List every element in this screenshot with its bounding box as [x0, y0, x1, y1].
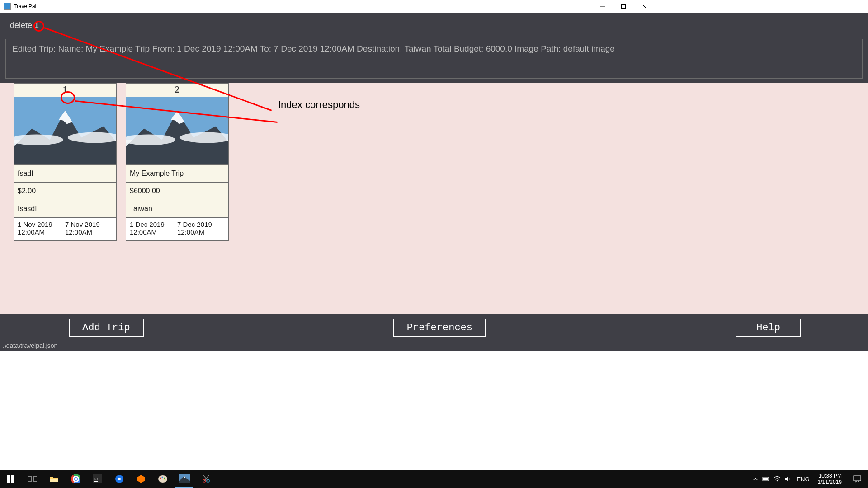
trip-image: [126, 97, 228, 165]
status-bar: .\data\travelpal.json: [0, 341, 658, 351]
annotation-label: Index corresponds: [278, 99, 360, 111]
trip-to: 7 Dec 2019 12:00AM: [177, 221, 225, 236]
add-trip-button[interactable]: Add Trip: [69, 319, 144, 337]
maximize-button[interactable]: [613, 0, 634, 13]
app-body: Edited Trip: Name: My Example Trip From:…: [0, 13, 658, 351]
trip-from: 1 Nov 2019 12:00AM: [18, 221, 65, 236]
trip-index: 1: [14, 84, 116, 97]
trip-dates: 1 Dec 2019 12:00AM 7 Dec 2019 12:00AM: [126, 218, 228, 240]
trip-card[interactable]: 2 My Example Trip $6000.00 Taiwan 1 Dec …: [126, 83, 229, 241]
trip-index: 2: [126, 84, 228, 97]
window-titlebar: TravelPal: [0, 0, 658, 13]
trip-destination: fsasdf: [14, 200, 116, 218]
trip-name: fsadf: [14, 165, 116, 183]
result-display: Edited Trip: Name: My Example Trip From:…: [5, 39, 658, 79]
trip-from: 1 Dec 2019 12:00AM: [130, 221, 177, 236]
status-path: .\data\travelpal.json: [3, 342, 57, 349]
svg-rect-1: [622, 5, 626, 9]
app-icon: [4, 3, 11, 10]
trip-budget: $6000.00: [126, 183, 228, 200]
command-area: [0, 13, 658, 33]
trip-card[interactable]: 1 fsadf $2.00 fsasdf 1 Nov 2019 12:00AM: [14, 83, 117, 241]
result-text: Edited Trip: Name: My Example Trip From:…: [12, 44, 615, 53]
mountain-icon: [14, 97, 116, 164]
mountain-icon: [126, 97, 228, 164]
trips-panel: 1 fsadf $2.00 fsasdf 1 Nov 2019 12:00AM: [0, 83, 658, 314]
trip-image: [14, 97, 116, 165]
trip-name: My Example Trip: [126, 165, 228, 183]
minimize-button[interactable]: [592, 0, 613, 13]
trip-destination: Taiwan: [126, 200, 228, 218]
preferences-button[interactable]: Preferences: [393, 319, 486, 337]
window-controls: [592, 0, 655, 13]
footer-bar: Add Trip Preferences Help: [0, 314, 658, 341]
trip-dates: 1 Nov 2019 12:00AM 7 Nov 2019 12:00AM: [14, 218, 116, 240]
window-title: TravelPal: [14, 3, 36, 9]
command-input[interactable]: [9, 19, 658, 33]
trip-budget: $2.00: [14, 183, 116, 200]
close-button[interactable]: [634, 0, 655, 13]
trip-to: 7 Nov 2019 12:00AM: [65, 221, 113, 236]
